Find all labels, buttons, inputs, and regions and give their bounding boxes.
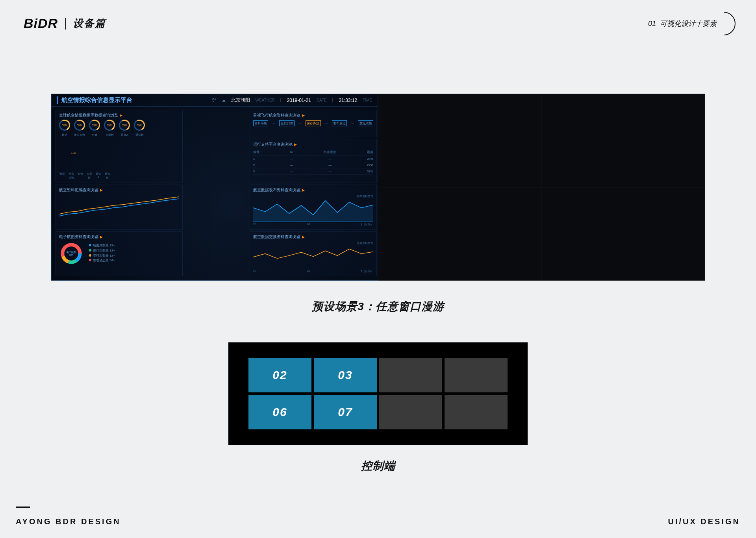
gauge-row: 55% 55% 55% 55% 55% 55%: [59, 120, 179, 131]
cloud-rain-icon: ☁: [222, 98, 226, 102]
wall-caption: 预设场景3：任意窗口漫游: [0, 299, 756, 314]
panel-legend: 交换资料查询: [253, 241, 373, 245]
dashboard-title: 航空情报综合信息显示平台: [57, 96, 132, 104]
bar-chart: [59, 139, 179, 171]
controller-caption: 控制端: [0, 459, 756, 473]
bar-x-labels: 数据 发布点数 有效 多源数 通知A 通知数: [59, 172, 179, 180]
video-wall: 航空情报综合信息显示平台 5° ☁ 北京朝阳 WEATHER | 2019-01…: [51, 94, 705, 281]
gauge: 55%: [89, 120, 100, 131]
page-title: 可视化设计十要素: [660, 20, 717, 28]
gauge: 55%: [74, 120, 85, 131]
dash-date: 2019-01-21: [287, 98, 311, 103]
controller-cell-06[interactable]: 06: [248, 395, 311, 429]
gauge-labels: 数据 发布点数 有效 多源数 通知A 通知数: [59, 133, 179, 137]
page-footer: AYONG BDR DESIGN UI/UX DESIGN: [16, 507, 740, 526]
svg-text:电子航图: 电子航图: [67, 250, 76, 253]
wall-cell: [378, 187, 541, 281]
weather-temp: 5°: [212, 98, 216, 102]
wall-cell: [541, 187, 705, 281]
bar-annotation: 182: [71, 151, 76, 155]
controller-cell-empty[interactable]: [445, 395, 508, 429]
wall-cell: [378, 94, 541, 187]
controller-cell-02[interactable]: 02: [248, 358, 311, 392]
chevron-right-icon: ▶: [100, 235, 103, 239]
controller-grid: 02 03 06 07: [248, 358, 508, 429]
mini-table: 编号 ID 机库量数 覆盖 1——23% 2——27% 3——33%: [253, 149, 373, 175]
dashboard-grid: 全球航空情报数据库数据查询浏览▶ 55% 55% 55% 55% 55% 55%…: [52, 107, 378, 279]
footer-right: UI/UX DESIGN: [668, 517, 740, 526]
weather-location: 北京朝阳: [231, 97, 250, 104]
page-label: 01 可视化设计十要素: [648, 19, 732, 28]
panel-global-data: 全球航空情报数据库数据查询浏览▶ 55% 55% 55% 55% 55% 55%…: [56, 110, 183, 183]
chevron-right-icon: ▶: [294, 142, 297, 146]
chevron-right-icon: ▶: [302, 235, 305, 239]
page-header: BiDR 设备篇 01 可视化设计十要素: [24, 16, 732, 31]
gauge: 55%: [59, 120, 70, 131]
panel-compilation: 航空资料汇编查询浏览▶: [56, 185, 183, 230]
dashboard-titlebar: 航空情报综合信息显示平台 5° ☁ 北京朝阳 WEATHER | 2019-01…: [52, 94, 378, 107]
controller-cell-empty[interactable]: [379, 395, 442, 429]
controller-cell-empty[interactable]: [445, 358, 508, 392]
weather-label: WEATHER: [256, 98, 275, 102]
footer-left: AYONG BDR DESIGN: [16, 517, 121, 526]
donut-legend: 航图片数量 13+ 修订次数量 13+ 资料次数量 13+ 整理动态量 54+: [89, 243, 115, 263]
wall-cell: [541, 94, 705, 187]
dashboard-window[interactable]: 航空情报综合信息显示平台 5° ☁ 北京朝阳 WEATHER | 2019-01…: [51, 94, 378, 281]
panel-exchange: 航空数据交换资料查询浏览▶ 交换资料查询 23 28 3（时间）: [250, 231, 377, 277]
svg-text:资料: 资料: [69, 253, 74, 256]
section-title: 设备篇: [73, 17, 106, 30]
gauge: 55%: [134, 120, 145, 131]
controller-panel: 02 03 06 07: [228, 342, 528, 445]
panel-echart: 电子航图资料查询浏览▶ 电子航图 资料 航图片数量 13+ 修订次数量 13+: [56, 231, 183, 277]
controller-cell-07[interactable]: 07: [314, 395, 377, 429]
line-chart: [59, 194, 179, 218]
chevron-right-icon: ▶: [100, 188, 103, 192]
controller-cell-empty[interactable]: [379, 358, 442, 392]
chevron-right-icon: ▶: [120, 113, 122, 117]
donut-icon: 电子航图 资料: [59, 241, 83, 266]
dash-time: 21:33:12: [339, 98, 357, 103]
footer-dash-icon: [16, 507, 30, 508]
time-label: TIME: [363, 98, 372, 102]
brand-logo: BiDR: [24, 16, 58, 31]
panel-visual-flight: 目视飞行航空资料查询浏览▶ 资料采集— 基础归整— 保存办法— 发布发定— 意见…: [250, 110, 377, 137]
page-number: 01: [648, 20, 656, 28]
panel-operations: 运行支持平台查询浏览▶ 编号 ID 机库量数 覆盖 1——23% 2——27% …: [250, 139, 377, 183]
chevron-right-icon: ▶: [302, 113, 305, 117]
gauge: 55%: [104, 120, 115, 131]
divider-icon: [65, 18, 66, 30]
gauge: 55%: [119, 120, 130, 131]
panel-publish: 航空数据发布资料查询浏览▶ 发布资料查询 23 28 3（时间）: [250, 185, 377, 230]
center-illustration: [184, 110, 248, 276]
dashboard-meta: 5° ☁ 北京朝阳 WEATHER | 2019-01-21 DATE | 21…: [212, 97, 372, 104]
logo-block: BiDR 设备篇: [24, 16, 106, 31]
date-label: DATE: [317, 98, 327, 102]
chevron-right-icon: ▶: [302, 188, 305, 192]
panel-legend: 发布资料查询: [253, 194, 373, 198]
panel-title: 全球航空情报数据库数据查询浏览▶: [59, 113, 179, 118]
controller-cell-03[interactable]: 03: [314, 358, 377, 392]
